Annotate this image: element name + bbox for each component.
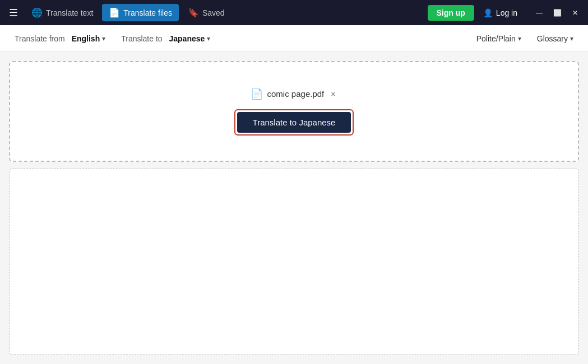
from-lang-chevron: ▾ [102,35,105,43]
file-icon: 📄 [109,7,120,18]
window-controls: — ⬜ ✕ [531,4,584,21]
tab-translate-text[interactable]: 🌐 Translate text [25,4,100,21]
file-name: comic page.pdf [267,89,325,99]
glossary-selector[interactable]: Glossary ▾ [531,31,579,46]
toolbar: Translate from English ▾ Translate to Ja… [0,25,588,52]
maximize-button[interactable]: ⬜ [549,4,566,21]
to-lang-value: Japanese [169,34,205,43]
output-area [9,169,579,355]
tab-saved-label: Saved [202,8,225,17]
login-button[interactable]: 👤 Log in [479,5,522,21]
minimize-button[interactable]: — [531,4,548,21]
translate-to-japanese-button[interactable]: Translate to Japanese [237,112,351,133]
user-icon: 👤 [483,8,493,17]
globe-icon: 🌐 [31,7,43,18]
tab-saved[interactable]: 🔖 Saved [181,4,232,21]
bookmark-icon: 🔖 [188,7,199,18]
close-button[interactable]: ✕ [567,4,584,21]
translate-to-label: Translate to [121,34,162,43]
glossary-chevron: ▾ [570,35,573,43]
title-bar: ☰ 🌐 Translate text 📄 Translate files 🔖 S… [0,0,588,25]
file-badge: 📄 comic page.pdf × [251,88,338,100]
close-file-button[interactable]: × [328,88,337,100]
main-content: 📄 comic page.pdf × Translate to Japanese [0,52,588,364]
upload-area[interactable]: 📄 comic page.pdf × Translate to Japanese [9,61,579,162]
from-lang-value: English [72,34,100,43]
tab-translate-text-label: Translate text [46,8,93,17]
document-icon: 📄 [251,88,263,100]
style-value: Polite/Plain [476,34,516,43]
translate-from-label: Translate from [15,34,65,43]
to-lang-chevron: ▾ [207,35,210,43]
title-bar-left: ☰ 🌐 Translate text 📄 Translate files 🔖 S… [4,3,425,22]
title-bar-right: Sign up 👤 Log in — ⬜ ✕ [428,4,584,21]
tab-translate-files[interactable]: 📄 Translate files [102,4,179,21]
glossary-label: Glossary [537,34,568,43]
style-selector[interactable]: Polite/Plain ▾ [471,31,527,46]
translate-button-wrapper: Translate to Japanese [234,109,354,136]
style-chevron: ▾ [518,35,521,43]
translate-from-selector[interactable]: Translate from English ▾ [9,31,111,46]
signup-button[interactable]: Sign up [428,5,474,21]
tab-translate-files-label: Translate files [123,8,172,17]
translate-to-selector[interactable]: Translate to Japanese ▾ [115,31,216,46]
login-label: Log in [496,8,517,17]
hamburger-button[interactable]: ☰ [4,3,22,22]
